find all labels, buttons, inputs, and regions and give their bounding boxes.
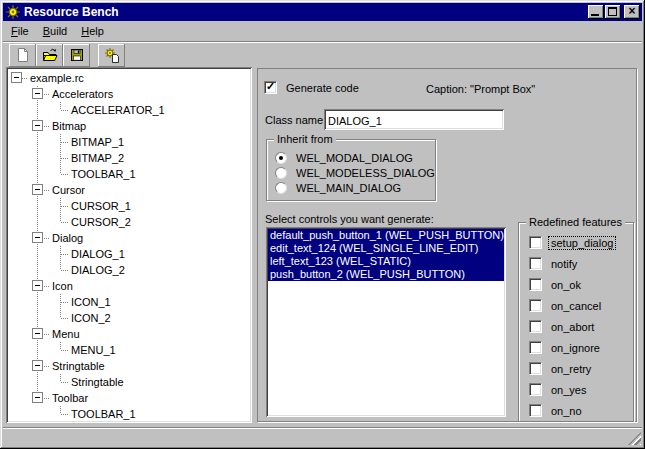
resize-grip[interactable] — [628, 432, 641, 445]
tree-row: Toolbar — [8, 390, 250, 406]
menu-file[interactable]: File — [4, 23, 36, 39]
tree-item[interactable]: Dialog — [52, 232, 83, 244]
controls-listbox[interactable]: default_push_button_1 (WEL_PUSH_BUTTON)e… — [266, 227, 506, 417]
tree-item[interactable]: Bitmap — [52, 120, 86, 132]
radio-wel_modeless_dialog[interactable] — [275, 167, 287, 179]
tree-item[interactable]: DIALOG_2 — [71, 264, 125, 276]
tree-item[interactable]: Icon — [52, 280, 73, 292]
minimize-button[interactable] — [588, 5, 604, 19]
tree-item[interactable]: Cursor — [52, 184, 85, 196]
checkbox-setup_dialog[interactable] — [529, 236, 542, 249]
tree-item[interactable]: Stringtable — [71, 376, 124, 388]
tree-item[interactable]: Stringtable — [52, 360, 105, 372]
listbox-item[interactable]: left_text_123 (WEL_STATIC) — [268, 255, 504, 268]
tree-connector — [37, 294, 38, 310]
checkbox-on_yes[interactable] — [529, 383, 542, 396]
tree-connector — [44, 334, 50, 335]
tree-connector — [60, 374, 61, 382]
resource-tree: example.rcAcceleratorsACCELERATOR_1Bitma… — [8, 69, 250, 421]
tree-item[interactable]: Menu — [52, 328, 80, 340]
tree-item[interactable]: ACCELERATOR_1 — [71, 104, 165, 116]
listbox-item[interactable]: edit_text_124 (WEL_SINGLE_LINE_EDIT) — [268, 242, 504, 255]
listbox-item[interactable]: push_button_2 (WEL_PUSH_BUTTON) — [268, 268, 504, 281]
listbox-item[interactable]: default_push_button_1 (WEL_PUSH_BUTTON) — [268, 229, 504, 242]
generate-code-row: ✓ Generate code — [264, 81, 361, 94]
tree-connector — [44, 94, 50, 95]
tree-connector — [37, 374, 38, 390]
checkbox-notify[interactable] — [529, 257, 542, 270]
tree-item[interactable]: CURSOR_1 — [71, 200, 131, 212]
tree-row: Cursor — [8, 182, 250, 198]
tree-item[interactable]: TOOLBAR_1 — [71, 408, 136, 420]
tree-connector — [61, 110, 69, 111]
tree-item[interactable]: MENU_1 — [71, 344, 116, 356]
tree-connector — [61, 350, 69, 351]
close-button[interactable]: × — [624, 5, 640, 19]
tree-expander[interactable] — [32, 120, 43, 131]
tree-item[interactable]: TOOLBAR_1 — [71, 168, 136, 180]
tree-item[interactable]: ICON_2 — [71, 312, 111, 324]
tree-connector — [37, 342, 38, 358]
tree-item[interactable]: Accelerators — [52, 88, 113, 100]
tree-expander[interactable] — [11, 72, 22, 83]
tree-connector — [37, 134, 38, 150]
tree-connector — [37, 262, 38, 278]
checkbox-on_ok[interactable] — [529, 278, 542, 291]
radio-wel_main_dialog[interactable] — [275, 182, 287, 194]
tree-item[interactable]: example.rc — [30, 72, 84, 84]
tree-connector — [60, 342, 61, 350]
tree-item[interactable]: BITMAP_2 — [71, 152, 124, 164]
tree-item[interactable]: Toolbar — [52, 392, 88, 404]
open-button[interactable] — [36, 44, 63, 67]
tree-row: MENU_1 — [8, 342, 250, 358]
checkbox-on_ignore[interactable] — [529, 341, 542, 354]
tree-row: ACCELERATOR_1 — [8, 102, 250, 118]
feature-row-notify: notify — [529, 257, 579, 270]
tree-item[interactable]: ICON_1 — [71, 296, 111, 308]
checkbox-on_no[interactable] — [529, 404, 542, 417]
redefined-features-group: Redefined features setup_dialognotifyon_… — [518, 222, 634, 422]
tree-connector — [60, 262, 61, 270]
new-button[interactable] — [9, 44, 36, 67]
tree-expander[interactable] — [32, 280, 43, 291]
tree-row: CURSOR_2 — [8, 214, 250, 230]
tree-connector — [61, 174, 69, 175]
checkbox-on_retry[interactable] — [529, 362, 542, 375]
radio-row-wel_modeless_dialog: WEL_MODELESS_DIALOG — [275, 167, 437, 179]
tree-item[interactable]: BITMAP_1 — [71, 136, 124, 148]
tree-expander[interactable] — [32, 360, 43, 371]
tree-expander[interactable] — [32, 232, 43, 243]
class-name-input[interactable] — [324, 109, 504, 130]
tree-connector — [60, 166, 61, 174]
tree-expander[interactable] — [32, 88, 43, 99]
tree-expander[interactable] — [32, 184, 43, 195]
build-button[interactable] — [98, 44, 125, 67]
feature-row-on_yes: on_yes — [529, 383, 588, 396]
close-icon: × — [624, 4, 640, 18]
maximize-button[interactable] — [605, 5, 621, 19]
checkbox-on_cancel[interactable] — [529, 299, 542, 312]
tree-connector — [60, 102, 61, 110]
tree-connector — [37, 102, 38, 118]
tree-connector — [37, 214, 38, 230]
tree-expander[interactable] — [32, 392, 43, 403]
feature-label: on_cancel — [549, 300, 603, 312]
menu-help[interactable]: Help — [74, 23, 111, 39]
window-title: Resource Bench — [24, 5, 585, 19]
tree-expander[interactable] — [32, 328, 43, 339]
status-bar — [3, 427, 642, 446]
checkbox-on_abort[interactable] — [529, 320, 542, 333]
radio-wel_modal_dialog[interactable] — [275, 152, 287, 164]
feature-row-setup_dialog: setup_dialog — [529, 236, 615, 249]
caption-label: Caption: — [426, 83, 467, 95]
tree-connector — [37, 166, 38, 182]
app-icon — [5, 4, 21, 20]
save-button[interactable] — [63, 44, 90, 67]
tree-item[interactable]: DIALOG_1 — [71, 248, 125, 260]
tree-item[interactable]: CURSOR_2 — [71, 216, 131, 228]
tree-connector — [44, 126, 50, 127]
maximize-icon — [608, 7, 617, 16]
tree-row: CURSOR_1 — [8, 198, 250, 214]
generate-code-checkbox[interactable]: ✓ — [264, 81, 277, 94]
menu-build[interactable]: Build — [36, 23, 74, 39]
